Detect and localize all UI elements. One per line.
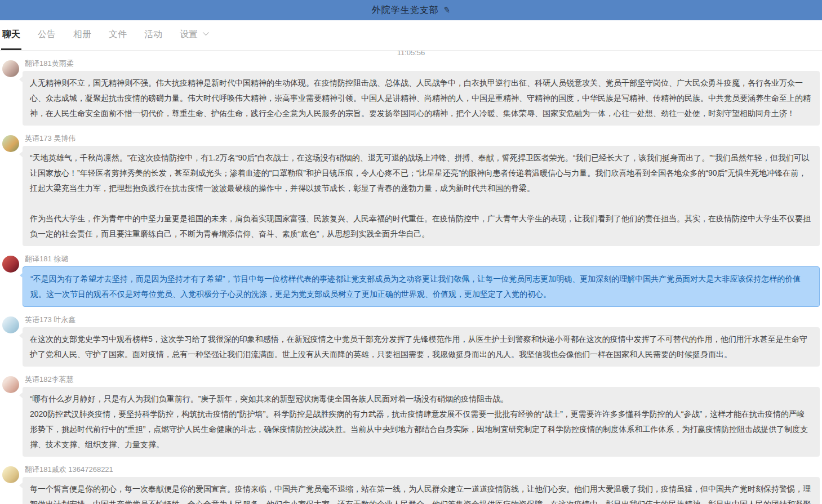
- chat-message: 翻译181戚欢 13647268221 每一个誓言便是你的初心，每一次奉献便是你…: [2, 465, 820, 504]
- message-text: 人无精神则不立，国无精神则不强。伟大抗疫精神是新时代中国精神的生动体现。在疫情防…: [30, 75, 812, 121]
- chevron-down-icon: [203, 29, 209, 35]
- group-chat-window: 外院学生党支部 ✎ 聊天 公告 相册 文件 活动 设置 11:05:56 翻译1…: [0, 0, 822, 504]
- pencil-icon[interactable]: ✎: [442, 5, 451, 16]
- tab-chat[interactable]: 聊天: [1, 20, 21, 50]
- message-text: “哪有什么岁月静好，只是有人为我们负重前行。”庚子新年，突如其来的新型冠状病毒使…: [30, 391, 812, 407]
- chat-message: 翻译181黄雨柔 人无精神则不立，国无精神则不强。伟大抗疫精神是新时代中国精神的…: [2, 59, 820, 126]
- tab-chat-label: 聊天: [2, 29, 20, 41]
- message-bubble[interactable]: 在这次的支部党史学习中观看榜样5，这次学习给了我很深的印象和感悟，在新冠疫情之中…: [23, 327, 820, 367]
- message-text: “不是因为有了希望才去坚持，而是因为坚持才有了希望”，节目中每一位榜样代表的事迹…: [30, 271, 812, 302]
- tab-announcements[interactable]: 公告: [37, 20, 57, 50]
- tab-bar: 聊天 公告 相册 文件 活动 设置: [0, 20, 822, 51]
- message-text: 2020防控武汉肺炎疫情，要坚持科学防控，构筑抗击疫情的“防护墙”。科学防控是战…: [30, 407, 812, 452]
- tab-activities[interactable]: 活动: [143, 20, 163, 50]
- chat-message: 英语173 吴博伟 “天地英雄气，千秋尚凛然。”在这次疫情防控中，有1.2万名“…: [2, 134, 820, 246]
- message-bubble[interactable]: “天地英雄气，千秋尚凛然。”在这次疫情防控中，有1.2万名“90后”白衣战士，在…: [23, 146, 820, 246]
- chat-message: 英语173 叶永鑫 在这次的支部党史学习中观看榜样5，这次学习给了我很深的印象和…: [2, 315, 820, 367]
- message-bubble[interactable]: 人无精神则不立，国无精神则不强。伟大抗疫精神是新时代中国精神的生动体现。在疫情防…: [23, 71, 820, 126]
- message-bubble[interactable]: “哪有什么岁月静好，只是有人为我们负重前行。”庚子新年，突如其来的新型冠状病毒使…: [23, 387, 820, 457]
- tab-announcements-label: 公告: [38, 29, 56, 41]
- message-bubble-highlighted[interactable]: “不是因为有了希望才去坚持，而是因为坚持才有了希望”，节目中每一位榜样代表的事迹…: [23, 266, 820, 307]
- message-author: 翻译181黄雨柔: [23, 59, 820, 68]
- message-author: 英语182李茗慧: [23, 375, 820, 384]
- window-header: 外院学生党支部 ✎: [0, 0, 822, 20]
- timestamp-divider: 11:05:56: [2, 51, 820, 59]
- message-author: 英语173 吴博伟: [23, 134, 820, 143]
- avatar[interactable]: [2, 466, 19, 483]
- chat-message: 英语182李茗慧 “哪有什么岁月静好，只是有人为我们负重前行。”庚子新年，突如其…: [2, 375, 820, 457]
- message-text: 在这次的支部党史学习中观看榜样5，这次学习给了我很深的印象和感悟，在新冠疫情之中…: [30, 332, 812, 362]
- message-text: “天地英雄气，千秋尚凛然。”在这次疫情防控中，有1.2万名“90后”白衣战士，在…: [30, 150, 812, 196]
- avatar[interactable]: [2, 316, 19, 333]
- chat-message-selected: 翻译181 徐璐 “不是因为有了希望才去坚持，而是因为坚持才有了希望”，节目中每…: [2, 255, 820, 307]
- avatar[interactable]: [2, 256, 19, 273]
- message-author: 英语173 叶永鑫: [23, 315, 820, 324]
- avatar[interactable]: [2, 60, 19, 77]
- message-author: 翻译181戚欢 13647268221: [23, 465, 820, 474]
- group-title: 外院学生党支部: [372, 5, 439, 16]
- message-bubble[interactable]: 每一个誓言便是你的初心，每一次奉献便是你的爱国宣言。疫情来临，中国共产党员毫不退…: [23, 477, 820, 504]
- tab-albums-label: 相册: [73, 29, 91, 41]
- tab-settings-label: 设置: [180, 29, 198, 41]
- tab-activities-label: 活动: [144, 29, 162, 41]
- avatar[interactable]: [2, 376, 19, 393]
- tab-files-label: 文件: [109, 29, 127, 41]
- avatar[interactable]: [2, 135, 19, 152]
- message-text: 作为当代大学生，作为青年中的中坚力量更是祖国的未来，肩负着实现国家富强、民族复兴…: [30, 211, 812, 242]
- chat-message-list[interactable]: 11:05:56 翻译181黄雨柔 人无精神则不立，国无精神则不强。伟大抗疫精神…: [0, 51, 822, 504]
- tab-files[interactable]: 文件: [108, 20, 128, 50]
- tab-settings[interactable]: 设置: [179, 20, 208, 50]
- message-author: 翻译181 徐璐: [23, 255, 820, 264]
- tab-albums[interactable]: 相册: [72, 20, 92, 50]
- message-text: 每一个誓言便是你的初心，每一次奉献便是你的爱国宣言。疫情来临，中国共产党员毫不退…: [30, 481, 812, 504]
